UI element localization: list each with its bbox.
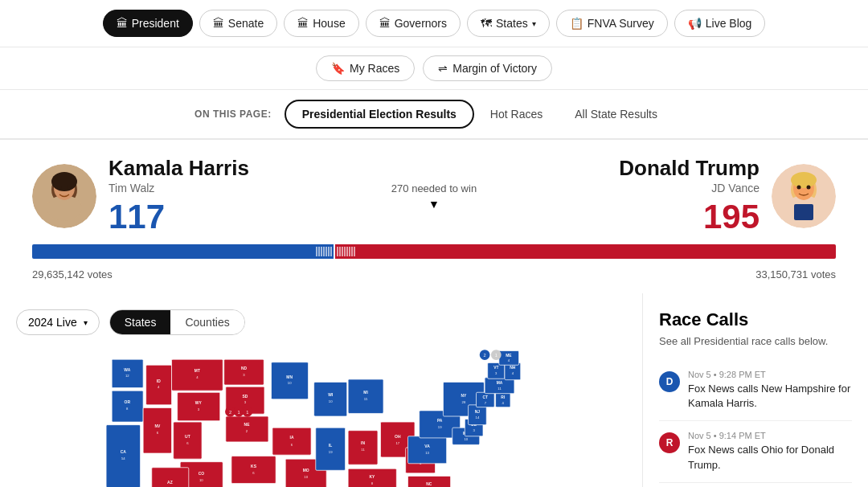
rep-badge-2: R xyxy=(659,432,680,453)
svg-text:NV: NV xyxy=(154,424,161,428)
svg-text:2: 2 xyxy=(229,410,231,415)
nav-president[interactable]: 🏛 President xyxy=(103,10,193,37)
margin-of-victory-button[interactable]: ⇌ Margin of Victory xyxy=(423,55,552,81)
svg-point-12 xyxy=(797,186,801,190)
svg-text:WA: WA xyxy=(124,368,130,372)
nav-senate[interactable]: 🏛 Senate xyxy=(199,10,277,37)
on-this-page-label: ON THIS PAGE: xyxy=(194,108,272,120)
tick-r2 xyxy=(339,247,341,256)
svg-text:MT: MT xyxy=(194,369,200,373)
svg-text:CO: CO xyxy=(199,472,205,476)
house-icon: 🏛 xyxy=(297,17,309,30)
tick-4 xyxy=(323,247,325,256)
nav-house[interactable]: 🏛 House xyxy=(284,10,358,37)
page-navigation: ON THIS PAGE: Presidential Election Resu… xyxy=(0,90,868,140)
tick-r4 xyxy=(344,247,346,256)
svg-text:19: 19 xyxy=(329,450,333,454)
candidate-harris: Kamala Harris Tim Walz 117 xyxy=(32,156,370,236)
svg-point-11 xyxy=(791,172,817,188)
harris-vp: Tim Walz xyxy=(108,182,249,194)
svg-point-6 xyxy=(68,186,72,190)
svg-text:AZ: AZ xyxy=(167,481,173,485)
votes-count-row: 29,635,142 votes 33,150,731 votes xyxy=(0,265,868,293)
counties-toggle-button[interactable]: Counties xyxy=(170,310,244,334)
svg-text:1: 1 xyxy=(238,410,240,415)
trump-vp: JD Vance xyxy=(619,182,760,194)
svg-text:MA: MA xyxy=(497,381,503,385)
svg-text:NH: NH xyxy=(510,366,516,370)
svg-text:11: 11 xyxy=(497,387,502,391)
tick-7 xyxy=(330,247,332,256)
svg-rect-87 xyxy=(348,379,383,413)
center-needed: 270 needed to win ▼ xyxy=(370,182,498,211)
svg-rect-14 xyxy=(794,204,813,220)
my-races-button[interactable]: 🔖 My Races xyxy=(316,55,415,81)
svg-text:1: 1 xyxy=(246,410,248,415)
call-item-2: R Nov 5 • 9:14 PM ET Fox News calls Ohio… xyxy=(659,421,852,482)
candidate-trump: Donald Trump JD Vance 195 xyxy=(498,156,836,236)
svg-text:10: 10 xyxy=(304,475,308,479)
svg-text:NC: NC xyxy=(426,482,432,486)
margin-icon: ⇌ xyxy=(438,62,448,75)
tick-r6 xyxy=(349,247,350,256)
dem-badge-1: D xyxy=(659,371,680,392)
svg-rect-57 xyxy=(231,456,276,484)
svg-text:17: 17 xyxy=(395,441,399,445)
svg-point-13 xyxy=(807,186,811,190)
svg-text:10: 10 xyxy=(329,399,333,403)
svg-text:VA: VA xyxy=(424,444,430,448)
svg-text:ND: ND xyxy=(241,366,248,370)
sub-navigation: 🔖 My Races ⇌ Margin of Victory xyxy=(0,47,868,90)
svg-text:2: 2 xyxy=(484,353,486,358)
svg-text:1: 1 xyxy=(495,353,497,358)
svg-point-5 xyxy=(58,186,62,190)
tick-3 xyxy=(321,247,322,256)
trump-info: Donald Trump JD Vance 195 xyxy=(619,156,760,236)
tab-all-state-results[interactable]: All State Results xyxy=(559,101,674,127)
svg-text:MN: MN xyxy=(286,375,293,379)
states-icon: 🗺 xyxy=(481,17,492,30)
candidates-section: Kamala Harris Tim Walz 117 270 needed to… xyxy=(0,140,868,244)
svg-text:IL: IL xyxy=(329,444,332,448)
call-item-1: D Nov 5 • 9:28 PM ET Fox News calls New … xyxy=(659,360,852,421)
call-content-2: Nov 5 • 9:14 PM ET Fox News calls Ohio f… xyxy=(688,431,852,472)
tick-r8 xyxy=(354,247,355,256)
svg-text:KS: KS xyxy=(251,464,257,469)
svg-text:PA: PA xyxy=(437,419,443,423)
nav-states[interactable]: 🗺 States ▾ xyxy=(467,10,550,37)
senate-icon: 🏛 xyxy=(213,17,224,30)
harris-name: Kamala Harris xyxy=(108,156,249,181)
svg-text:CT: CT xyxy=(483,395,489,399)
tab-hot-races[interactable]: Hot Races xyxy=(474,101,559,127)
tick-5 xyxy=(326,247,327,256)
nav-fnva[interactable]: 📋 FNVA Survey xyxy=(556,10,668,37)
progress-red-segment xyxy=(335,244,836,259)
call-item-3: R Nov 5 • 9:00 PM ET Fox News calls... xyxy=(659,483,852,487)
svg-text:15: 15 xyxy=(364,397,368,401)
tick-1 xyxy=(316,247,317,256)
svg-rect-114 xyxy=(408,436,447,464)
trump-total-votes: 33,150,731 votes xyxy=(755,268,836,280)
tick-r5 xyxy=(346,247,348,256)
call-text-2: Fox News calls Ohio for Donald Trump. xyxy=(688,443,852,472)
year-selector[interactable]: 2024 Live ▾ xyxy=(16,309,100,335)
nav-liveblog[interactable]: 📢 Live Blog xyxy=(674,10,766,37)
year-chevron-icon: ▾ xyxy=(84,318,88,327)
svg-text:12: 12 xyxy=(125,374,129,378)
call-time-1: Nov 5 • 9:28 PM ET xyxy=(688,370,852,379)
svg-text:WI: WI xyxy=(328,393,334,397)
svg-text:19: 19 xyxy=(438,425,442,429)
president-icon: 🏛 xyxy=(117,17,128,30)
harris-info: Kamala Harris Tim Walz 117 xyxy=(108,156,249,236)
svg-text:UT: UT xyxy=(185,435,190,439)
states-toggle-button[interactable]: States xyxy=(110,310,171,334)
race-calls-subtitle: See all Presidential race calls below. xyxy=(659,335,852,347)
svg-rect-36 xyxy=(178,392,220,420)
nav-governors[interactable]: 🏛 Governors xyxy=(366,10,461,37)
tab-presidential-results[interactable]: Presidential Election Results xyxy=(285,100,474,129)
svg-text:OH: OH xyxy=(395,435,401,439)
bookmark-icon: 🔖 xyxy=(331,62,345,75)
governors-icon: 🏛 xyxy=(379,17,391,30)
map-container: 2024 Live ▾ States Counties WA 12 OR 8 xyxy=(0,293,643,487)
svg-text:IA: IA xyxy=(290,436,294,440)
